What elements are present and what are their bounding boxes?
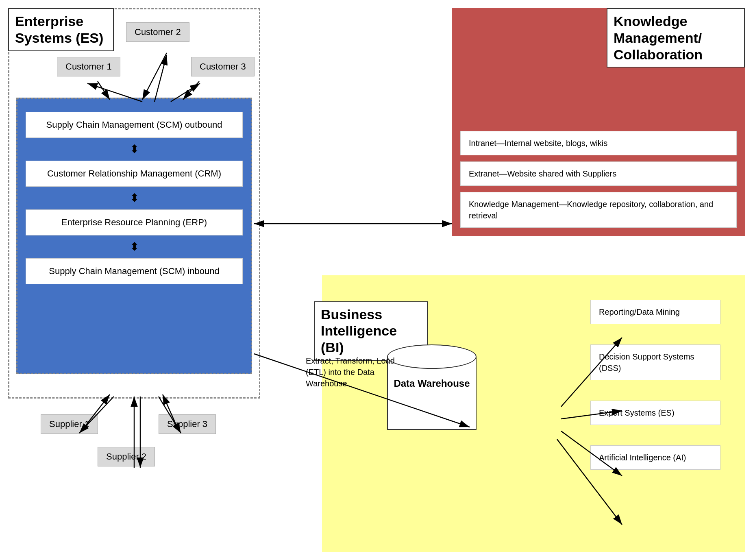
etl-label: Extract, Transform, Load (ETL) into the … bbox=[306, 355, 395, 389]
supplier-3: Supplier 3 bbox=[159, 414, 216, 434]
scm-outbound: Supply Chain Management (SCM) outbound bbox=[26, 112, 243, 138]
km-title: Knowledge Management/ Collaboration bbox=[614, 13, 738, 63]
km-item-2: Extranet—Website shared with Suppliers bbox=[460, 161, 737, 186]
km-title-box: Knowledge Management/ Collaboration bbox=[607, 8, 745, 68]
bi-item-4: Artificial Intelligence (AI) bbox=[590, 445, 720, 470]
es-title-box: Enterprise Systems (ES) bbox=[8, 8, 114, 51]
arrow-erp-scm: ⬍ bbox=[26, 241, 243, 253]
data-warehouse-container: Data Warehouse bbox=[387, 344, 477, 434]
bi-item-1: Reporting/Data Mining bbox=[590, 300, 720, 324]
bi-item-2: Decision Support Systems (DSS) bbox=[590, 344, 720, 380]
bi-item-3: Expert Systems (ES) bbox=[590, 401, 720, 425]
arrow-scm-crm: ⬍ bbox=[26, 144, 243, 155]
dw-cylinder: Data Warehouse bbox=[387, 344, 477, 434]
scm-inbound: Supply Chain Management (SCM) inbound bbox=[26, 258, 243, 284]
arrow-crm-erp: ⬍ bbox=[26, 192, 243, 204]
erp: Enterprise Resource Planning (ERP) bbox=[26, 209, 243, 235]
supplier-1: Supplier 1 bbox=[41, 414, 98, 434]
crm: Customer Relationship Management (CRM) bbox=[26, 161, 243, 187]
es-title: Enterprise Systems (ES) bbox=[15, 13, 107, 46]
km-item-3: Knowledge Management—Knowledge repositor… bbox=[460, 192, 737, 228]
bi-items-column: Reporting/Data Mining Decision Support S… bbox=[590, 300, 720, 470]
dw-label: Data Warehouse bbox=[387, 377, 477, 390]
customer-2: Customer 2 bbox=[126, 22, 189, 42]
diagram-container: Intranet—Internal website, blogs, wikis … bbox=[0, 0, 753, 560]
supplier-2: Supplier 2 bbox=[98, 447, 155, 466]
customer-1: Customer 1 bbox=[57, 57, 120, 76]
es-blue-box: Supply Chain Management (SCM) outbound ⬍… bbox=[16, 98, 252, 374]
dw-top bbox=[387, 344, 477, 369]
km-item-1: Intranet—Internal website, blogs, wikis bbox=[460, 131, 737, 155]
customer-3: Customer 3 bbox=[191, 57, 255, 76]
